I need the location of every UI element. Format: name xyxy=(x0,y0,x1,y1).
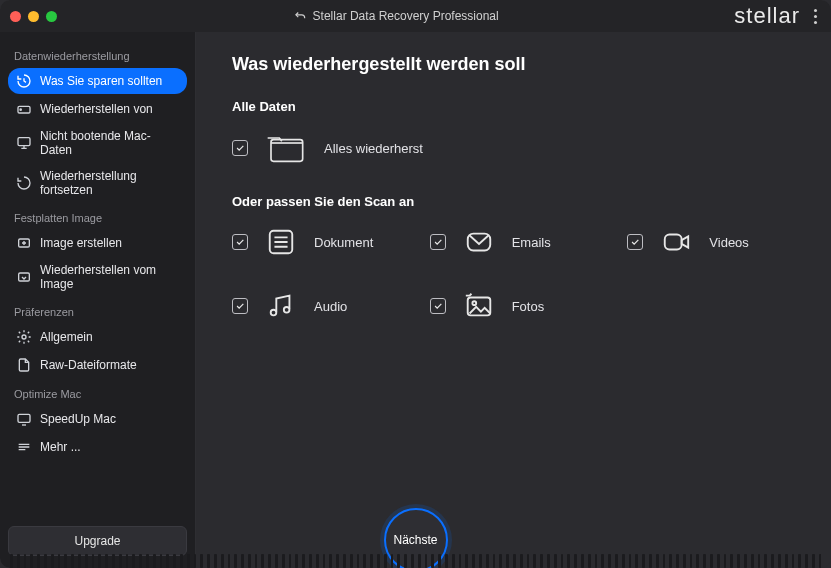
sidebar-item-label: Raw-Dateiformate xyxy=(40,358,137,372)
sidebar-item-label: SpeedUp Mac xyxy=(40,412,116,426)
svg-point-12 xyxy=(284,307,290,313)
sidebar-item-raw-formats[interactable]: Raw-Dateiformate xyxy=(8,352,187,378)
type-photos: Fotos xyxy=(430,289,598,323)
folder-icon xyxy=(266,130,306,166)
bottom-rule-decoration xyxy=(10,554,821,568)
svg-rect-6 xyxy=(18,414,30,422)
sidebar-item-create-image[interactable]: Image erstellen xyxy=(8,230,187,256)
email-icon xyxy=(462,225,496,259)
type-label: Fotos xyxy=(512,299,545,314)
sidebar-item-label: Was Sie sparen sollten xyxy=(40,74,162,88)
video-icon xyxy=(659,225,693,259)
file-icon xyxy=(16,357,32,373)
titlebar: Stellar Data Recovery Professional stell… xyxy=(0,0,831,32)
type-videos: Videos xyxy=(627,225,795,259)
sidebar-item-label: Allgemein xyxy=(40,330,93,344)
more-menu-button[interactable] xyxy=(810,5,821,28)
recover-all-label: Alles wiederherst xyxy=(324,141,423,156)
recover-all-row: Alles wiederherst xyxy=(232,130,795,166)
sidebar-section-recovery: Datenwiederherstellung xyxy=(8,42,187,66)
more-icon xyxy=(16,439,32,455)
type-label: Audio xyxy=(314,299,347,314)
brand-logo: stellar xyxy=(734,3,800,29)
svg-point-14 xyxy=(472,301,476,305)
sidebar-item-speedup-mac[interactable]: SpeedUp Mac xyxy=(8,406,187,432)
sidebar-section-prefs: Präferenzen xyxy=(8,298,187,322)
type-label: Emails xyxy=(512,235,551,250)
sidebar-item-more[interactable]: Mehr ... xyxy=(8,434,187,460)
checkbox-audio[interactable] xyxy=(232,298,248,314)
next-label: Nächste xyxy=(393,533,437,547)
type-document: Dokument xyxy=(232,225,400,259)
type-audio: Audio xyxy=(232,289,400,323)
sidebar-item-label: Wiederherstellen vom Image xyxy=(40,263,179,291)
window-title: Stellar Data Recovery Professional xyxy=(57,9,734,23)
sidebar-section-optimize: Optimize Mac xyxy=(8,380,187,404)
type-emails: Emails xyxy=(430,225,598,259)
page-title: Was wiederhergestellt werden soll xyxy=(232,54,795,75)
sidebar-item-restore-from-image[interactable]: Wiederherstellen vom Image xyxy=(8,258,187,296)
checkbox-all[interactable] xyxy=(232,140,248,156)
photo-icon xyxy=(462,289,496,323)
svg-rect-2 xyxy=(18,138,30,146)
drive-icon xyxy=(16,101,32,117)
all-data-heading: Alle Daten xyxy=(232,99,795,114)
type-label: Dokument xyxy=(314,235,373,250)
gear-icon xyxy=(16,329,32,345)
sidebar-item-what-to-recover[interactable]: Was Sie sparen sollten xyxy=(8,68,187,94)
minimize-icon[interactable] xyxy=(28,11,39,22)
custom-scan-heading: Oder passen Sie den Scan an xyxy=(232,194,795,209)
audio-icon xyxy=(264,289,298,323)
svg-point-5 xyxy=(22,335,26,339)
close-icon[interactable] xyxy=(10,11,21,22)
sidebar-item-label: Wiederherstellung fortsetzen xyxy=(40,169,179,197)
main-content: Was wiederhergestellt werden soll Alle D… xyxy=(196,32,831,568)
sidebar-item-non-booting-mac[interactable]: Nicht bootende Mac-Daten xyxy=(8,124,187,162)
sidebar-item-label: Image erstellen xyxy=(40,236,122,250)
svg-point-1 xyxy=(20,109,21,110)
upgrade-label: Upgrade xyxy=(74,534,120,548)
speed-icon xyxy=(16,411,32,427)
checkbox-videos[interactable] xyxy=(627,234,643,250)
type-grid: Dokument Emails Videos xyxy=(232,225,795,323)
svg-rect-10 xyxy=(665,235,682,250)
disk-restore-icon xyxy=(16,269,32,285)
sidebar-item-resume-recovery[interactable]: Wiederherstellung fortsetzen xyxy=(8,164,187,202)
sidebar-item-label: Mehr ... xyxy=(40,440,81,454)
document-icon xyxy=(264,225,298,259)
upgrade-button[interactable]: Upgrade xyxy=(8,526,187,556)
brand-text: stellar xyxy=(734,3,800,29)
sidebar-item-general[interactable]: Allgemein xyxy=(8,324,187,350)
disk-plus-icon xyxy=(16,235,32,251)
app-title-text: Stellar Data Recovery Professional xyxy=(313,9,499,23)
checkbox-photos[interactable] xyxy=(430,298,446,314)
restore-icon xyxy=(16,73,32,89)
sidebar-item-label: Wiederherstellen von xyxy=(40,102,153,116)
svg-point-11 xyxy=(271,310,277,316)
sidebar: Datenwiederherstellung Was Sie sparen so… xyxy=(0,32,196,568)
maximize-icon[interactable] xyxy=(46,11,57,22)
refresh-icon xyxy=(16,175,32,191)
monitor-icon xyxy=(16,135,32,151)
type-label: Videos xyxy=(709,235,749,250)
sidebar-item-label: Nicht bootende Mac-Daten xyxy=(40,129,179,157)
window-controls xyxy=(10,11,57,22)
sidebar-section-image: Festplatten Image xyxy=(8,204,187,228)
back-icon xyxy=(293,9,307,23)
checkbox-document[interactable] xyxy=(232,234,248,250)
sidebar-item-recover-from[interactable]: Wiederherstellen von xyxy=(8,96,187,122)
checkbox-emails[interactable] xyxy=(430,234,446,250)
